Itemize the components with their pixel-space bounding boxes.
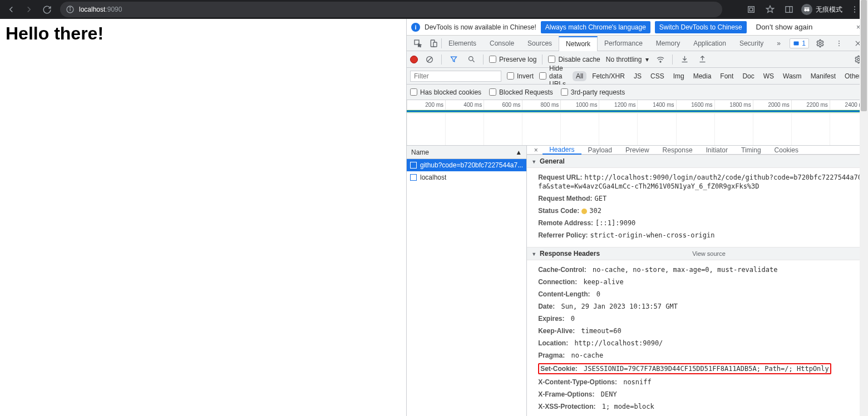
request-detail: × Headers Payload Preview Response Initi… [527, 146, 868, 416]
tab-network[interactable]: Network [559, 36, 598, 51]
type-pill-img[interactable]: Img [670, 71, 688, 81]
close-detail-icon[interactable]: × [529, 146, 542, 154]
header-value: 0 [567, 315, 575, 323]
request-row[interactable]: github?code=b720bfc7227544a7... [407, 159, 526, 171]
header-value: http://localhost:9090/ [570, 339, 663, 347]
type-pill-font[interactable]: Font [717, 71, 737, 81]
page-content: Hello there! [0, 19, 406, 416]
reload-button[interactable] [39, 2, 55, 17]
kebab-menu-icon[interactable] [831, 36, 847, 51]
header-key: Set-Cookie: [540, 365, 578, 373]
preserve-log-checkbox[interactable]: Preserve log [489, 56, 536, 63]
request-row[interactable]: localhost [407, 171, 526, 184]
tab-preview[interactable]: Preview [619, 146, 656, 154]
forward-button[interactable] [21, 2, 37, 17]
settings-icon[interactable] [812, 36, 828, 51]
svg-point-19 [839, 43, 840, 44]
always-match-button[interactable]: Always match Chrome's language [541, 21, 650, 33]
tab-performance[interactable]: Performance [598, 36, 649, 51]
svg-rect-16 [794, 41, 799, 45]
section-response-headers[interactable]: Response HeadersView source [527, 247, 868, 260]
status-dot-icon [581, 209, 587, 214]
import-icon[interactable] [678, 53, 691, 66]
address-bar[interactable]: localhost:9090 [60, 2, 722, 17]
type-pill-css[interactable]: CSS [647, 71, 668, 81]
sidepanel-icon[interactable] [782, 3, 796, 16]
type-pill-all[interactable]: All [573, 71, 586, 81]
type-pill-ws[interactable]: WS [760, 71, 777, 81]
header-value: no-cache, no-store, max-age=0, must-reva… [589, 266, 778, 274]
type-pill-fetchxhr[interactable]: Fetch/XHR [589, 71, 628, 81]
detail-scrollbar[interactable] [860, 0, 868, 416]
incognito-badge[interactable]: 无痕模式 [801, 4, 842, 15]
request-method-key: Request Method: [538, 195, 592, 202]
type-pill-manifest[interactable]: Manifest [807, 71, 839, 81]
svg-point-23 [468, 57, 473, 61]
back-button[interactable] [3, 2, 19, 17]
tab-cookies[interactable]: Cookies [768, 146, 805, 154]
request-list-header[interactable]: Name ▲ [407, 146, 526, 159]
header-key: X-XSS-Protection: [538, 403, 595, 410]
search-icon[interactable] [465, 53, 477, 66]
site-info-icon[interactable] [66, 5, 75, 14]
type-pill-wasm[interactable]: Wasm [780, 71, 805, 81]
type-pill-doc[interactable]: Doc [739, 71, 757, 81]
device-toggle-icon[interactable] [426, 36, 441, 51]
disable-cache-checkbox[interactable]: Disable cache [548, 56, 600, 63]
bookmark-icon[interactable] [763, 3, 777, 16]
wifi-icon[interactable] [654, 53, 667, 66]
tab-elements[interactable]: Elements [442, 36, 483, 51]
invert-checkbox[interactable]: Invert [507, 72, 534, 80]
header-value: DENY [597, 390, 617, 398]
issues-badge[interactable]: 1 [790, 38, 809, 48]
tab-payload[interactable]: Payload [581, 146, 619, 154]
tab-application[interactable]: Application [687, 36, 733, 51]
svg-point-18 [839, 40, 840, 41]
section-general[interactable]: General [527, 155, 868, 168]
record-button[interactable] [410, 56, 418, 63]
request-name: github?code=b720bfc7227544a7... [420, 161, 523, 169]
page-heading: Hello there! [6, 23, 401, 44]
svg-point-25 [660, 61, 661, 62]
throttling-select[interactable]: No throttling ▾ [606, 56, 649, 63]
inspect-icon[interactable] [410, 36, 426, 51]
tab-sources[interactable]: Sources [521, 36, 559, 51]
filter-input[interactable] [410, 71, 501, 82]
export-icon[interactable] [696, 53, 708, 66]
referrer-policy-value: strict-origin-when-cross-origin [590, 231, 715, 239]
header-key: Date: [538, 303, 555, 310]
infobar-message: DevTools is now available in Chinese! [425, 23, 536, 31]
type-pill-js[interactable]: JS [630, 71, 645, 81]
tab-more[interactable]: » [770, 36, 787, 51]
view-source-link[interactable]: View source [692, 250, 726, 257]
switch-lang-button[interactable]: Switch DevTools to Chinese [655, 21, 747, 33]
tab-console[interactable]: Console [483, 36, 521, 51]
tab-timing[interactable]: Timing [734, 146, 768, 154]
headers-body: General Request URL:http://localhost:909… [527, 155, 868, 416]
incognito-icon [801, 4, 812, 15]
svg-point-20 [839, 45, 840, 46]
dont-show-button[interactable]: Don't show again [751, 20, 818, 34]
filter-icon[interactable] [447, 53, 460, 66]
svg-point-7 [804, 9, 807, 12]
tab-memory[interactable]: Memory [649, 36, 687, 51]
filter-row-2: Has blocked cookies Blocked Requests 3rd… [407, 85, 868, 100]
tab-response[interactable]: Response [656, 146, 699, 154]
timeline-tick: 2200 ms [791, 100, 830, 110]
install-icon[interactable] [744, 3, 758, 16]
has-blocked-cookies-checkbox[interactable]: Has blocked cookies [410, 88, 481, 96]
tab-initiator[interactable]: Initiator [699, 146, 734, 154]
status-code-value: 302 [581, 207, 601, 215]
svg-rect-4 [749, 8, 752, 11]
timeline-tick: 1600 ms [676, 100, 714, 110]
timeline-overview[interactable]: 200 ms400 ms600 ms800 ms1000 ms1200 ms14… [407, 100, 868, 146]
type-pill-media[interactable]: Media [690, 71, 715, 81]
blocked-requests-checkbox[interactable]: Blocked Requests [489, 88, 553, 96]
tab-security[interactable]: Security [733, 36, 770, 51]
third-party-checkbox[interactable]: 3rd-party requests [561, 88, 625, 96]
svg-point-8 [807, 9, 810, 12]
tab-headers[interactable]: Headers [542, 146, 581, 155]
svg-rect-15 [433, 42, 437, 47]
clear-icon[interactable] [423, 53, 436, 66]
timeline-tick: 800 ms [522, 100, 560, 110]
